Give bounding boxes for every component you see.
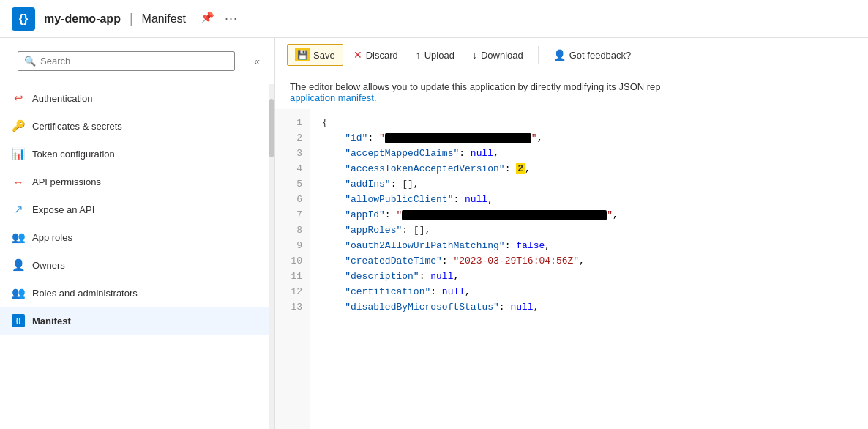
line-num: 9 <box>296 238 302 253</box>
search-row: 🔍 « <box>0 38 274 84</box>
feedback-label: Got feedback? <box>569 50 632 61</box>
save-label: Save <box>313 50 335 61</box>
roles-icon: 👥 <box>12 286 25 299</box>
code-line-8: "appRoles": [], <box>322 223 856 238</box>
top-header: {} my-demo-app | Manifest 📌 ··· <box>0 0 868 38</box>
approles-icon: 👥 <box>12 231 25 244</box>
save-icon: 💾 <box>295 48 310 61</box>
download-label: Download <box>481 50 523 61</box>
line-num: 7 <box>296 207 302 223</box>
token-icon: 📊 <box>12 147 25 160</box>
app-name: my-demo-app <box>44 12 121 26</box>
code-line-10: "createdDateTime": "2023-03-29T16:04:56Z… <box>322 253 856 269</box>
code-line-2: "id": "", <box>322 130 856 146</box>
feedback-icon: 👤 <box>553 49 566 61</box>
sidebar-item-owners[interactable]: 👤 Owners <box>0 251 269 279</box>
scrollbar-thumb[interactable] <box>269 99 274 157</box>
discard-label: Discard <box>366 50 398 61</box>
app-icon: {} <box>12 7 35 31</box>
code-line-7: "appId": "", <box>322 207 856 223</box>
code-line-6: "allowPublicClient": null, <box>322 192 856 207</box>
feedback-button[interactable]: 👤 Got feedback? <box>546 45 639 64</box>
discard-button[interactable]: ✕ Discard <box>346 45 405 64</box>
editor-container: 1 2 3 4 5 6 7 8 9 10 11 12 13 { <box>275 109 868 429</box>
line-numbers: 1 2 3 4 5 6 7 8 9 10 11 12 13 <box>275 109 310 429</box>
code-line-12: "certification": null, <box>322 284 856 299</box>
download-icon: ↓ <box>472 49 477 61</box>
upload-label: Upload <box>424 50 454 61</box>
code-line-3: "acceptMappedClaims": null, <box>322 146 856 161</box>
search-icon: 🔍 <box>24 56 36 67</box>
sidebar-item-label: Roles and administrators <box>32 288 138 299</box>
discard-icon: ✕ <box>353 49 362 61</box>
line-num: 13 <box>291 299 302 315</box>
info-description: The editor below allows you to update th… <box>290 81 661 92</box>
pin-icon[interactable]: 📌 <box>201 11 214 26</box>
code-line-9: "oauth2AllowUrlPathMatching": false, <box>322 238 856 253</box>
code-line-4: "accessTokenAcceptedVersion": 2, <box>322 161 856 176</box>
manifest-link[interactable]: application manifest. <box>290 92 377 103</box>
owners-icon: 👤 <box>12 258 25 272</box>
sidebar-item-label: Expose an API <box>32 204 94 215</box>
sidebar-item-token-config[interactable]: 📊 Token configuration <box>0 140 269 168</box>
upload-icon: ↑ <box>416 49 421 61</box>
api-icon: ↔ <box>12 175 25 188</box>
line-num: 1 <box>296 115 302 130</box>
search-input[interactable] <box>40 56 228 67</box>
sidebar-item-label: App roles <box>32 232 72 243</box>
line-num: 4 <box>296 161 302 176</box>
sidebar-item-label: Certificates & secrets <box>32 121 122 132</box>
info-text: The editor below allows you to update th… <box>275 72 868 109</box>
sidebar-item-roles-admins[interactable]: 👥 Roles and administrators <box>0 279 269 307</box>
download-button[interactable]: ↓ Download <box>465 45 531 64</box>
line-num: 3 <box>296 146 302 161</box>
sidebar-item-label: API permissions <box>32 176 101 187</box>
code-line-11: "description": null, <box>322 269 856 284</box>
content-area: 💾 Save ✕ Discard ↑ Upload ↓ Download 👤 G… <box>275 38 868 429</box>
sidebar-item-authentication[interactable]: ↩ Authentication <box>0 84 269 112</box>
toolbar: 💾 Save ✕ Discard ↑ Upload ↓ Download 👤 G… <box>275 38 868 72</box>
sidebar-item-label: Authentication <box>32 93 92 104</box>
auth-icon: ↩ <box>12 92 25 105</box>
code-line-13: "disabledByMicrosoftStatus": null, <box>322 299 856 315</box>
nav-list: ↩ Authentication 🔑 Certificates & secret… <box>0 84 269 429</box>
line-num: 6 <box>296 192 302 207</box>
line-num: 2 <box>296 130 302 146</box>
manifest-icon: {} <box>12 314 25 327</box>
header-actions: 📌 ··· <box>201 11 238 26</box>
sidebar-scrollbar[interactable] <box>269 84 274 429</box>
collapse-sidebar-button[interactable]: « <box>248 53 266 70</box>
search-box[interactable]: 🔍 <box>18 51 235 71</box>
code-line-5: "addIns": [], <box>322 176 856 192</box>
sidebar-item-app-roles[interactable]: 👥 App roles <box>0 223 269 251</box>
sidebar-item-certificates[interactable]: 🔑 Certificates & secrets <box>0 112 269 140</box>
header-separator: | <box>130 11 133 26</box>
line-num: 8 <box>296 223 302 238</box>
toolbar-separator <box>538 46 539 64</box>
more-options-icon[interactable]: ··· <box>225 11 238 26</box>
code-line-1: { <box>322 115 856 130</box>
cert-icon: 🔑 <box>12 119 25 133</box>
line-num: 5 <box>296 176 302 192</box>
line-num: 11 <box>291 269 302 284</box>
sidebar-scroll-area: ↩ Authentication 🔑 Certificates & secret… <box>0 84 274 429</box>
sidebar-item-expose-api[interactable]: ↗ Expose an API <box>0 195 269 223</box>
sidebar-item-label: Owners <box>32 260 65 271</box>
main-layout: 🔍 « ↩ Authentication 🔑 Certificates & se… <box>0 38 868 429</box>
sidebar-item-label: Token configuration <box>32 149 115 160</box>
code-editor[interactable]: { "id": "", "acceptMappedClaims": null, … <box>310 109 868 429</box>
line-num: 10 <box>291 253 302 269</box>
page-title: Manifest <box>142 12 186 26</box>
line-num: 12 <box>291 284 302 299</box>
sidebar-item-manifest[interactable]: {} Manifest <box>0 307 269 335</box>
sidebar-item-api-permissions[interactable]: ↔ API permissions <box>0 168 269 195</box>
expose-icon: ↗ <box>12 203 25 216</box>
save-button[interactable]: 💾 Save <box>287 44 343 66</box>
upload-button[interactable]: ↑ Upload <box>408 45 462 64</box>
sidebar: 🔍 « ↩ Authentication 🔑 Certificates & se… <box>0 38 275 429</box>
sidebar-item-label: Manifest <box>32 316 71 327</box>
